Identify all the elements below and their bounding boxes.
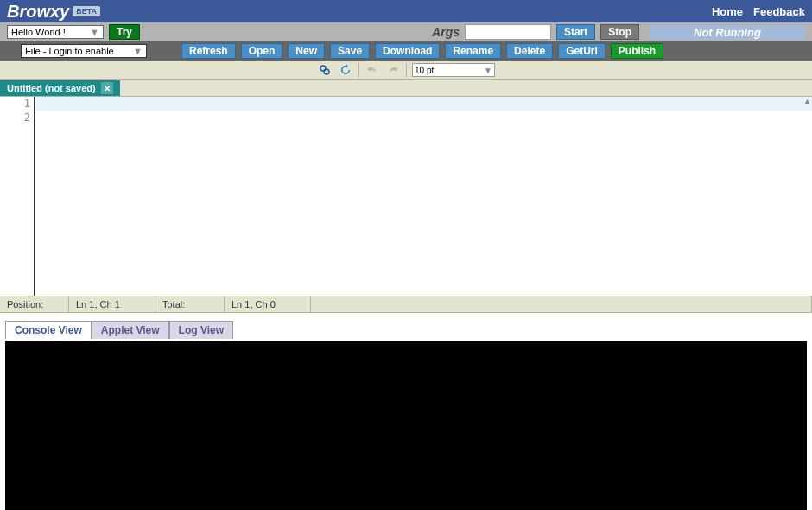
font-size-select[interactable]: 10 pt ▼: [412, 63, 495, 77]
file-tab[interactable]: Untitled (not saved) ✕: [0, 80, 120, 96]
chevron-down-icon: ▼: [133, 46, 143, 56]
refresh-button[interactable]: Refresh: [181, 43, 236, 59]
line-number: 1: [0, 97, 30, 111]
try-button[interactable]: Try: [109, 24, 140, 40]
save-button[interactable]: Save: [330, 43, 370, 59]
publish-button[interactable]: Publish: [611, 43, 663, 59]
find-icon[interactable]: [317, 62, 333, 78]
file-menu-label: File - Login to enable: [25, 46, 114, 56]
file-toolbar: File - Login to enable ▼ Refresh Open Ne…: [0, 41, 812, 61]
start-button[interactable]: Start: [556, 24, 595, 40]
line-number: 2: [0, 111, 30, 124]
feedback-link[interactable]: Feedback: [753, 5, 805, 18]
args-input[interactable]: [465, 24, 551, 40]
file-tab-label: Untitled (not saved): [7, 83, 96, 93]
close-icon[interactable]: ✕: [101, 82, 113, 94]
code-area[interactable]: [35, 97, 812, 296]
program-select-value: Hello World !: [11, 27, 66, 37]
run-toolbar: Hello World ! ▼ Try Args Start Stop Not …: [0, 22, 812, 41]
output-tabs: Console View Applet View Log View: [0, 318, 812, 339]
run-status: Not Running: [650, 25, 805, 40]
status-spacer: [311, 296, 812, 312]
editor-statusbar: Position: Ln 1, Ch 1 Total: Ln 1, Ch 0: [0, 296, 812, 313]
geturl-button[interactable]: GetUrl: [558, 43, 606, 59]
open-button[interactable]: Open: [241, 43, 283, 59]
file-tab-bar: Untitled (not saved) ✕: [0, 80, 812, 97]
nav-links: Home Feedback: [712, 5, 805, 18]
file-menu[interactable]: File - Login to enable ▼: [21, 44, 147, 58]
separator: [358, 63, 359, 77]
tab-applet[interactable]: Applet View: [92, 321, 169, 339]
logo: Browxy: [7, 2, 69, 22]
total-label: Total:: [155, 296, 225, 312]
font-size-value: 10 pt: [415, 66, 434, 75]
redo-icon[interactable]: [385, 62, 401, 78]
code-editor[interactable]: 1 2 ▲: [0, 97, 812, 296]
total-value: Ln 1, Ch 0: [225, 296, 311, 312]
svg-point-1: [324, 69, 329, 74]
chevron-down-icon: ▼: [484, 66, 492, 75]
home-link[interactable]: Home: [712, 5, 743, 18]
tab-console[interactable]: Console View: [5, 321, 92, 339]
program-select[interactable]: Hello World ! ▼: [7, 25, 104, 39]
download-button[interactable]: Download: [375, 43, 440, 59]
editor-toolbar: 10 pt ▼: [0, 61, 812, 80]
position-label: Position:: [0, 296, 69, 312]
header-bar: Browxy BETA Home Feedback: [0, 0, 812, 22]
stop-button[interactable]: Stop: [600, 24, 639, 40]
args-label: Args: [432, 25, 460, 39]
tab-log[interactable]: Log View: [169, 321, 233, 339]
delete-button[interactable]: Delete: [506, 43, 553, 59]
chevron-down-icon: ▼: [90, 27, 99, 37]
new-button[interactable]: New: [288, 43, 325, 59]
position-value: Ln 1, Ch 1: [69, 296, 155, 312]
refresh-icon[interactable]: [338, 62, 353, 78]
line-gutter: 1 2: [0, 97, 35, 296]
console-output: [5, 341, 807, 510]
rename-button[interactable]: Rename: [445, 43, 501, 59]
beta-badge: BETA: [73, 6, 100, 16]
separator: [406, 63, 407, 77]
undo-icon[interactable]: [365, 62, 380, 78]
scroll-up-icon[interactable]: ▲: [803, 97, 812, 105]
code-line[interactable]: [36, 97, 812, 111]
